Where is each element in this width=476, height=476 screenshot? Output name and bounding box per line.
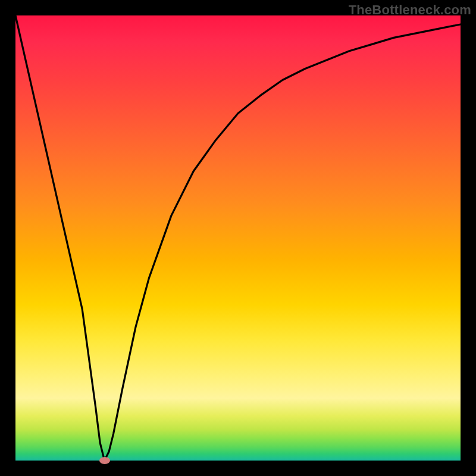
watermark-label: TheBottleneck.com (349, 2, 471, 18)
optimum-marker (99, 457, 110, 464)
chart-plot-area (15, 15, 461, 461)
bottleneck-curve (15, 15, 461, 461)
chart-frame: TheBottleneck.com (0, 0, 476, 476)
